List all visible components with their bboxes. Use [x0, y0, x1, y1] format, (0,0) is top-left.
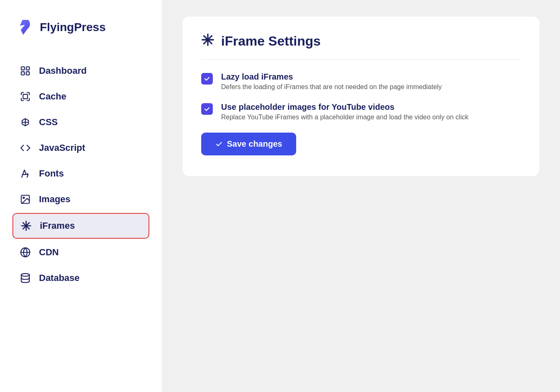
database-icon	[20, 273, 31, 283]
page-title-row: iFrame Settings	[201, 33, 521, 60]
fonts-icon	[20, 168, 31, 179]
sidebar-item-dashboard[interactable]: Dashboard	[12, 59, 149, 83]
svg-rect-2	[21, 72, 24, 75]
sidebar-item-cdn[interactable]: CDN	[12, 240, 149, 264]
lazy-load-title: Lazy load iFrames	[221, 72, 442, 82]
logo-area: FlyingPress	[12, 17, 149, 38]
svg-rect-3	[26, 72, 29, 75]
svg-point-13	[21, 273, 29, 276]
logo-icon	[12, 17, 34, 38]
placeholder-images-desc: Replace YouTube iFrames with a placehold…	[221, 114, 468, 121]
sidebar-item-dashboard-label: Dashboard	[39, 65, 87, 76]
placeholder-images-text-block: Use placeholder images for YouTube video…	[221, 102, 468, 121]
sidebar-item-iframes[interactable]: iFrames	[12, 213, 149, 239]
sidebar-item-cache[interactable]: Cache	[12, 85, 149, 109]
sidebar-item-css[interactable]: CSS	[12, 110, 149, 134]
placeholder-images-checkbox[interactable]	[201, 103, 213, 115]
placeholder-images-title: Use placeholder images for YouTube video…	[221, 102, 468, 112]
sidebar-item-css-label: CSS	[39, 117, 58, 128]
main-content: iFrame Settings Lazy load iFrames Defers…	[162, 0, 560, 392]
sidebar-item-cache-label: Cache	[39, 91, 66, 102]
sidebar-item-iframes-label: iFrames	[40, 220, 75, 231]
save-button[interactable]: Save changes	[201, 133, 296, 155]
page-title-icon	[201, 33, 214, 49]
logo-text: FlyingPress	[40, 21, 106, 34]
page-title: iFrame Settings	[221, 34, 321, 49]
iframes-icon	[21, 220, 32, 231]
cache-icon	[20, 91, 31, 102]
dashboard-icon	[20, 65, 31, 76]
lazy-load-text-block: Lazy load iFrames Defers the loading of …	[221, 72, 442, 91]
sidebar-item-javascript[interactable]: JavaScript	[12, 136, 149, 160]
cdn-icon	[20, 247, 31, 258]
sidebar-item-database-label: Database	[39, 273, 80, 283]
sidebar-item-images-label: Images	[39, 194, 71, 205]
sidebar: FlyingPress Dashboard Cache CSS	[0, 0, 162, 392]
css-icon	[20, 117, 31, 128]
images-icon	[20, 194, 31, 205]
settings-card: iFrame Settings Lazy load iFrames Defers…	[183, 17, 539, 176]
sidebar-item-fonts-label: Fonts	[39, 168, 64, 179]
svg-rect-0	[21, 67, 24, 70]
save-button-label: Save changes	[227, 139, 282, 149]
sidebar-item-images[interactable]: Images	[12, 187, 149, 211]
sidebar-item-database[interactable]: Database	[12, 266, 149, 290]
javascript-icon	[20, 143, 31, 153]
svg-rect-1	[26, 67, 29, 70]
lazy-load-checkbox[interactable]	[201, 73, 213, 85]
sidebar-item-fonts[interactable]: Fonts	[12, 162, 149, 186]
svg-rect-4	[23, 94, 28, 99]
option-placeholder-images: Use placeholder images for YouTube video…	[201, 102, 521, 121]
sidebar-item-javascript-label: JavaScript	[39, 143, 85, 153]
option-lazy-load: Lazy load iFrames Defers the loading of …	[201, 72, 521, 91]
lazy-load-desc: Defers the loading of iFrames that are n…	[221, 83, 442, 91]
sidebar-item-cdn-label: CDN	[39, 247, 59, 258]
svg-point-6	[23, 197, 24, 198]
